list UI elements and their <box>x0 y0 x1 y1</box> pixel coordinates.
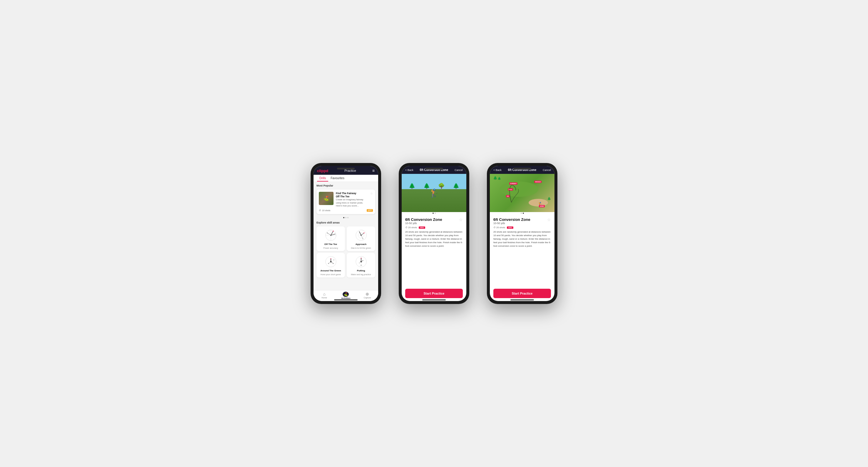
shot-path <box>490 174 555 212</box>
featured-card[interactable]: ⛳ Find The Fairway Off The Tee Create an… <box>316 190 375 214</box>
approach-icon <box>355 229 368 242</box>
atg-icon <box>324 255 337 268</box>
svg-point-7 <box>333 231 334 231</box>
drill-title-3: 6ft Conversion Zone <box>493 218 530 222</box>
skills-grid: Off The Tee Power accuracy <box>316 227 375 277</box>
svg-line-27 <box>329 262 331 263</box>
skill-approach[interactable]: Approach Dial-in to hit the green <box>347 227 375 251</box>
phone-2: < Back 6ft Conversion Zone Cancel 🌲 🌲 🌳 … <box>399 163 469 304</box>
svg-point-24 <box>333 259 334 260</box>
title-row-3: 6ft Conversion Zone 10-50 yds ☆ <box>493 218 551 225</box>
header-title: Practice <box>344 169 356 172</box>
drill-content: 6ft Conversion Zone 10-50 yds ☆ ⏱ 20 sho… <box>402 214 466 301</box>
back-button[interactable]: < Back <box>405 169 413 171</box>
explore-label: Explore skill areas <box>316 221 375 224</box>
drill-shots: ⏱ 20 shots <box>405 226 417 229</box>
svg-point-32 <box>361 265 362 266</box>
start-practice-button[interactable]: Start Practice <box>405 289 463 298</box>
skill-off-tee[interactable]: Off The Tee Power accuracy <box>316 227 345 251</box>
arg-badge-3: ARG <box>507 227 513 229</box>
tab-favourites[interactable]: Favourites <box>328 175 347 181</box>
skill-putting[interactable]: Putting Make and lag practice <box>347 253 375 277</box>
card-footer: ⏱ 10 shots OTT <box>319 209 373 212</box>
phone1-header: clippd Practice ≡ <box>313 166 378 175</box>
drill-description: 20 shots are randomly generated at dista… <box>405 230 463 248</box>
card-image: ⛳ <box>319 192 334 205</box>
svg-point-15 <box>359 231 360 232</box>
most-popular-label: Most Popular <box>316 184 375 187</box>
img-dot-3-1 <box>521 213 522 214</box>
favourite-icon-2[interactable]: ☆ <box>459 218 463 222</box>
map-scene: 🌲 🌲 🌲 🏌️ FAIRWAY ROUGH Hit Miss SAND <box>490 174 555 212</box>
tree-1: 🌲 <box>409 183 415 189</box>
svg-point-16 <box>364 232 364 233</box>
drill-meta: ⏱ 20 shots ARG <box>405 226 463 229</box>
clippd-logo: clippd <box>317 169 328 173</box>
hero-map: 🌲 🌲 🌲 🏌️ FAIRWAY ROUGH Hit Miss SAND <box>490 174 555 212</box>
atg-name: Around The Green <box>320 269 341 272</box>
nav-capture[interactable]: ⊕ Capture <box>357 292 378 299</box>
home-label: Home <box>321 297 327 299</box>
back-button-3[interactable]: < Back <box>493 169 502 171</box>
approach-desc: Dial-in to hit the green <box>351 247 371 249</box>
svg-line-6 <box>327 233 331 235</box>
tabs-bar: Drills Favourites <box>313 175 378 182</box>
drill-meta-3: ⏱ 20 shots ARG <box>493 226 551 229</box>
drill-shots-3: ⏱ 20 shots <box>493 226 505 229</box>
img-dot-2 <box>435 213 436 214</box>
image-dots <box>402 212 466 214</box>
ott-icon <box>324 229 337 242</box>
ott-name: Off The Tee <box>324 243 337 245</box>
activities-icon: ⛳ <box>343 292 349 297</box>
phone-2-screen: < Back 6ft Conversion Zone Cancel 🌲 🌲 🌳 … <box>402 166 466 301</box>
activities-label: Activities <box>341 297 350 299</box>
title-group: 6ft Conversion Zone 10-50 yds <box>405 218 442 225</box>
capture-icon: ⊕ <box>366 292 369 296</box>
title-row: 6ft Conversion Zone 10-50 yds ☆ <box>405 218 463 225</box>
home-icon: ⌂ <box>323 292 325 296</box>
nav-home[interactable]: ⌂ Home <box>313 292 335 299</box>
nav-activities[interactable]: ⛳ Activities <box>335 292 356 299</box>
phone-3-screen: < Back 6ft Conversion Zone Cancel 🌲 🌲 🌲 … <box>490 166 555 301</box>
drill-range-3: 10-50 yds <box>493 222 530 225</box>
svg-line-26 <box>331 262 333 263</box>
svg-line-14 <box>361 233 364 235</box>
img-dot-3-2 <box>523 213 524 214</box>
arg-badge: ARG <box>419 227 425 229</box>
putting-icon <box>355 255 368 268</box>
capture-label: Capture <box>364 297 371 299</box>
card-row: ⛳ Find The Fairway Off The Tee Create an… <box>319 192 373 208</box>
title-group-3: 6ft Conversion Zone 10-50 yds <box>493 218 530 225</box>
phone1-content: Most Popular ⛳ Find The Fairway Off The … <box>313 182 378 290</box>
approach-name: Approach <box>355 243 366 245</box>
skill-atg[interactable]: Around The Green Hone your short game <box>316 253 345 277</box>
card-title: Find The Fairway <box>336 192 368 195</box>
cancel-button-3[interactable]: Cancel <box>543 169 551 171</box>
drill-header-title: 6ft Conversion Zone <box>420 168 448 171</box>
trees-bg: 🌲 🌲 🌳 🌲 <box>402 174 466 189</box>
dot-2 <box>345 217 346 218</box>
favourite-icon-3[interactable]: ☆ <box>547 218 551 222</box>
golf-scene: 🌲 🌲 🌳 🌲 🏌️ <box>402 174 466 212</box>
card-image-inner: ⛳ <box>319 192 334 205</box>
cancel-button[interactable]: Cancel <box>455 169 463 171</box>
card-info: Find The Fairway Off The Tee Create an i… <box>336 192 368 208</box>
tab-drills[interactable]: Drills <box>317 175 328 181</box>
svg-point-34 <box>359 262 360 263</box>
favourite-icon[interactable]: ☆ <box>370 192 373 208</box>
drill-title: 6ft Conversion Zone <box>405 218 442 222</box>
img-dot-1 <box>433 213 434 214</box>
golfer-figure: 🏌️ <box>429 188 439 198</box>
putting-desc: Make and lag practice <box>351 273 371 276</box>
menu-icon[interactable]: ≡ <box>372 168 375 173</box>
shots-label: ⏱ 10 shots <box>319 209 330 212</box>
hero-image: 🌲 🌲 🌳 🌲 🏌️ <box>402 174 466 212</box>
drill-content-3: 6ft Conversion Zone 10-50 yds ☆ ⏱ 20 sho… <box>490 214 555 301</box>
phone3-header: < Back 6ft Conversion Zone Cancel <box>490 166 555 174</box>
putting-name: Putting <box>357 269 365 272</box>
start-practice-button-3[interactable]: Start Practice <box>493 289 551 298</box>
dot-3 <box>347 217 348 218</box>
atg-desc: Hone your short game <box>320 273 341 276</box>
tree-4: 🌲 <box>453 183 459 189</box>
card-description: Create an imaginary fairway using trees … <box>336 198 368 208</box>
